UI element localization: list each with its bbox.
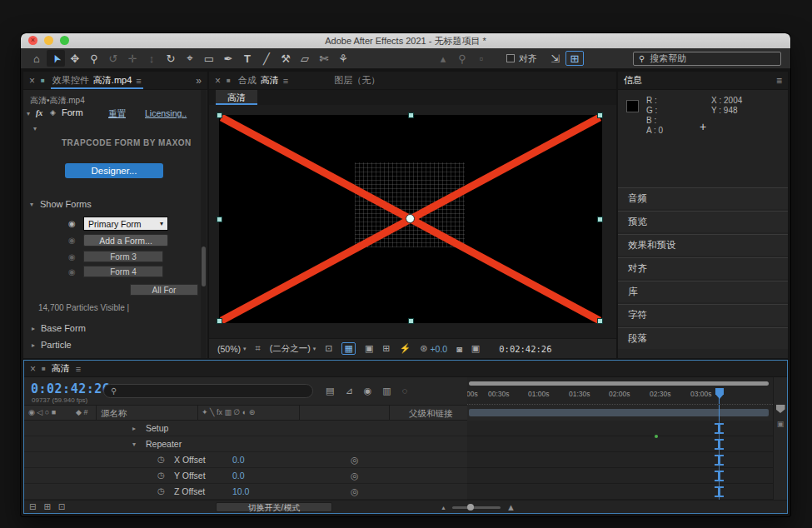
home-tool-icon[interactable]: ⌂ [27,50,46,67]
all-forms-button[interactable]: All For [130,284,198,296]
clone-stamp-tool-icon[interactable]: ⚒ [276,50,295,67]
fx-badge-icon[interactable]: fx [36,108,42,117]
selection-handle[interactable] [217,112,222,118]
eraser-tool-icon[interactable]: ▱ [296,50,314,67]
panel-lock-icon[interactable]: ■ [227,77,231,84]
region-of-interest-icon[interactable]: ▣ [365,343,373,354]
timeline-search-field[interactable]: ⚲ [103,384,313,398]
property-label[interactable]: Y Offset [174,471,206,481]
minimize-window-button[interactable] [44,36,53,45]
selection-handle[interactable] [597,318,603,324]
rotation-tool-icon[interactable]: ↻ [162,50,180,67]
playhead[interactable] [715,388,724,399]
expand-layer-switches-icon[interactable]: ⊟ [29,502,36,511]
panel-header-preview[interactable]: 预览 [618,211,788,232]
pan-behind-tool-icon[interactable]: ⌖ [181,50,199,67]
roto-brush-tool-icon[interactable]: ✄ [315,50,333,67]
safe-areas-icon[interactable]: ⌗ [256,343,261,354]
twirl-icon[interactable]: ▾ [132,441,136,448]
hand-tool-icon[interactable]: ✥ [66,50,84,67]
time-ruler[interactable]: 0:00s 00:30s 01:00s 01:30s 02:00s 02:30s… [467,377,773,405]
licensing-link[interactable]: Licensing.. [145,108,187,118]
close-panel-icon[interactable]: × [29,75,35,87]
magnification-select[interactable]: (50%) ▾ [217,344,247,354]
tab-effect-controls[interactable]: 效果控件 高清.mp4 ≡ [51,72,143,89]
pan-camera-tool-icon[interactable]: ✛ [123,50,142,67]
stopwatch-icon[interactable]: ◷ [157,471,165,480]
composition-frame[interactable] [219,115,602,323]
panel-header-effects-presets[interactable]: 效果和预设 [618,234,788,256]
selection-tool-icon[interactable]: ➤ [47,50,65,67]
selection-handle[interactable] [408,318,414,324]
selection-handle[interactable] [408,112,414,118]
close-panel-icon[interactable]: × [30,363,36,375]
twirl-icon[interactable]: ▸ [132,425,136,432]
snap-grid-icon[interactable]: ⊞ [565,51,584,66]
layer-group-row-setup[interactable]: ▸ Setup [24,421,467,436]
exposure-control[interactable]: ⊛ +0.0 [420,343,447,354]
comp-button-icon[interactable]: ▣ [774,420,787,428]
panel-header-character[interactable]: 字符 [618,304,788,326]
preview-timecode[interactable]: 0:02:42:26 [499,344,551,354]
composition-mini-flowchart-icon[interactable]: ▤ [326,386,334,396]
motion-blur-icon[interactable]: ◌ [402,386,408,396]
pen-tool-icon[interactable]: ✒ [219,50,237,67]
show-forms-twirl-icon[interactable]: ▾ [30,201,33,208]
rectangle-tool-icon[interactable]: ▭ [200,50,218,67]
zoom-tool-icon[interactable]: ⚲ [85,50,103,67]
panel-lock-icon[interactable]: ■ [42,365,46,372]
base-form-group[interactable]: ▸ Base Form [32,323,86,333]
selection-handle[interactable] [597,217,603,222]
property-label[interactable]: X Offset [174,455,206,465]
close-panel-icon[interactable]: × [215,75,221,87]
tab-info[interactable]: 信息 [624,74,642,87]
form-3-item[interactable]: Form 3 [83,251,163,262]
primary-form-dropdown[interactable]: Primary Form ▾ [83,217,168,231]
panel-menu-icon[interactable]: ≡ [136,76,141,86]
zoom-slider-thumb[interactable] [467,504,474,511]
panel-header-paragraph[interactable]: 段落 [618,327,788,349]
mask-expansion-icon[interactable]: ▴ [434,50,452,67]
pickwhip-icon[interactable]: ◎ [351,455,359,466]
group-label[interactable]: Repeater [146,439,182,449]
magnify-options-icon[interactable]: ⚲ [453,50,471,67]
selection-handle[interactable] [597,112,603,118]
selection-handle[interactable] [217,318,222,324]
property-row-x-offset[interactable]: ◷ X Offset 0.0 ◎ [24,452,467,468]
selection-handle[interactable] [217,217,222,222]
shared-view-icon[interactable]: ⇲ [546,50,565,67]
panel-menu-icon[interactable]: ≡ [76,364,81,374]
tab-composition[interactable]: 合成 高清 ≡ [237,72,290,89]
transparency-grid-icon[interactable]: ▦ [341,342,355,355]
tab-timeline[interactable]: 高清 [52,362,70,375]
property-row-z-offset[interactable]: ◷ Z Offset 10.0 ◎ [24,484,467,500]
property-value[interactable]: 0.0 [232,455,245,465]
stopwatch-icon[interactable]: ◷ [157,455,165,464]
form-4-item[interactable]: Form 4 [83,266,163,277]
viewer-tab[interactable]: 高清 [216,90,257,105]
close-window-button[interactable]: × [28,36,37,45]
comp-marker-bin-icon[interactable] [776,405,785,413]
dolly-camera-tool-icon[interactable]: ↕ [142,50,161,67]
type-tool-icon[interactable]: T [238,50,257,67]
work-area-bar[interactable] [469,409,769,416]
form-visibility-eye-icon[interactable]: ◉ [68,267,76,276]
designer-button[interactable]: Designer... [65,163,163,178]
reset-link[interactable]: 重置 [108,108,126,120]
tab-layer[interactable]: 图层（无） [334,74,380,87]
draft-3d-icon[interactable]: ⊿ [345,386,352,396]
tab-overflow-icon[interactable]: » [196,75,202,87]
title-bar[interactable]: × Adobe After Effects 2021 - 无标题项目 * [21,33,790,48]
property-label[interactable]: Z Offset [174,486,205,496]
stopwatch-icon[interactable]: ◷ [157,486,165,496]
vertical-scrollbar[interactable] [201,90,207,358]
particle-group[interactable]: ▸ Particle [32,340,72,350]
form-visibility-eye-icon[interactable]: ◉ [68,252,76,262]
orbit-camera-tool-icon[interactable]: ↺ [104,50,122,67]
effect-name[interactable]: Form [62,107,83,117]
group-label[interactable]: Setup [146,423,168,433]
fast-previews-icon[interactable]: ⚡ [400,343,411,354]
panel-header-libraries[interactable]: 库 [618,281,788,302]
zoom-out-mountain-icon[interactable]: ▲ [441,505,446,511]
show-snapshot-icon[interactable]: ▣ [471,343,480,354]
